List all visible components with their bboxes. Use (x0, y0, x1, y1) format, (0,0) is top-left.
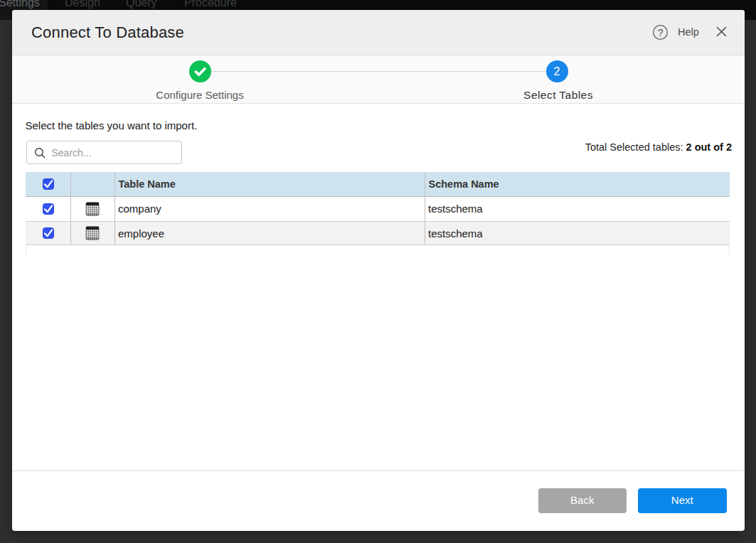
svg-text:?: ? (657, 27, 663, 38)
